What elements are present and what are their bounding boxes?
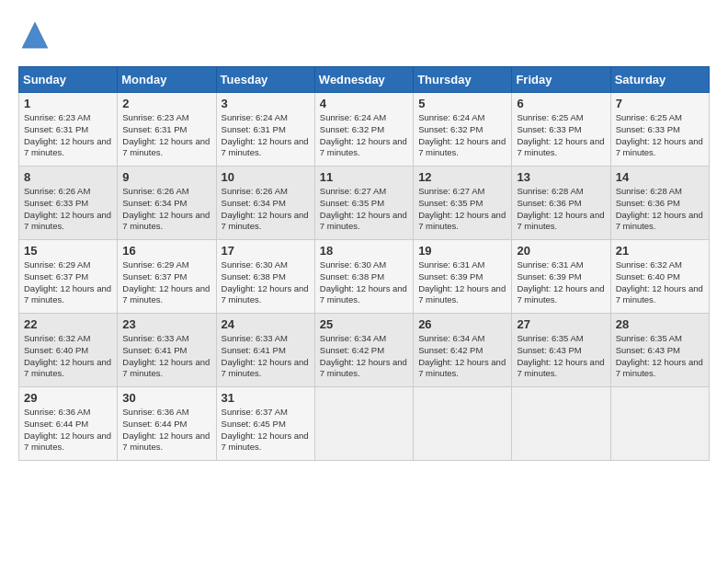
day-info: Sunrise: 6:36 AMSunset: 6:44 PMDaylight:…: [122, 407, 210, 452]
day-info: Sunrise: 6:30 AMSunset: 6:38 PMDaylight:…: [222, 259, 309, 304]
calendar-cell: 25Sunrise: 6:34 AMSunset: 6:42 PMDayligh…: [314, 314, 413, 387]
day-number: 18: [320, 244, 408, 258]
calendar-cell: 19Sunrise: 6:31 AMSunset: 6:39 PMDayligh…: [414, 240, 512, 314]
day-number: 19: [418, 244, 506, 258]
calendar-cell: 1Sunrise: 6:23 AMSunset: 6:31 PMDaylight…: [19, 93, 118, 167]
week-row-0: 1Sunrise: 6:23 AMSunset: 6:31 PMDaylight…: [19, 93, 710, 167]
calendar-cell: 24Sunrise: 6:33 AMSunset: 6:41 PMDayligh…: [216, 314, 314, 387]
day-number: 31: [222, 391, 310, 405]
day-number: 13: [517, 170, 605, 184]
day-number: 14: [616, 170, 704, 184]
calendar-cell: 2Sunrise: 6:23 AMSunset: 6:31 PMDaylight…: [118, 93, 216, 167]
day-info: Sunrise: 6:23 AMSunset: 6:31 PMDaylight:…: [122, 112, 210, 157]
day-info: Sunrise: 6:35 AMSunset: 6:43 PMDaylight:…: [517, 333, 604, 378]
day-number: 7: [616, 97, 704, 110]
calendar-cell: 7Sunrise: 6:25 AMSunset: 6:33 PMDaylight…: [610, 93, 709, 167]
day-number: 3: [222, 97, 310, 110]
calendar-cell: 13Sunrise: 6:28 AMSunset: 6:36 PMDayligh…: [512, 167, 610, 240]
calendar-cell: 21Sunrise: 6:32 AMSunset: 6:40 PMDayligh…: [610, 240, 709, 314]
day-number: 16: [122, 244, 210, 258]
day-number: 30: [122, 391, 210, 405]
calendar-cell: 4Sunrise: 6:24 AMSunset: 6:32 PMDaylight…: [314, 93, 413, 167]
day-number: 5: [418, 97, 506, 110]
header-monday: Monday: [118, 67, 216, 93]
day-info: Sunrise: 6:31 AMSunset: 6:39 PMDaylight:…: [418, 259, 506, 304]
calendar-table: SundayMondayTuesdayWednesdayThursdayFrid…: [18, 66, 710, 461]
day-info: Sunrise: 6:35 AMSunset: 6:43 PMDaylight:…: [616, 333, 703, 378]
day-info: Sunrise: 6:33 AMSunset: 6:41 PMDaylight:…: [122, 333, 210, 378]
day-number: 21: [616, 244, 704, 258]
day-number: 4: [320, 97, 408, 110]
day-info: Sunrise: 6:23 AMSunset: 6:31 PMDaylight:…: [24, 112, 111, 157]
calendar-cell: 27Sunrise: 6:35 AMSunset: 6:43 PMDayligh…: [512, 314, 610, 387]
day-info: Sunrise: 6:24 AMSunset: 6:32 PMDaylight:…: [320, 112, 407, 157]
header-friday: Friday: [512, 67, 610, 93]
day-number: 28: [616, 317, 704, 331]
day-number: 10: [222, 170, 310, 184]
day-number: 25: [320, 317, 408, 331]
day-info: Sunrise: 6:33 AMSunset: 6:41 PMDaylight:…: [222, 333, 309, 378]
day-info: Sunrise: 6:24 AMSunset: 6:32 PMDaylight:…: [418, 112, 506, 157]
calendar-cell: [610, 387, 709, 461]
day-info: Sunrise: 6:24 AMSunset: 6:31 PMDaylight:…: [222, 112, 309, 157]
header-sunday: Sunday: [19, 67, 118, 93]
day-number: 20: [517, 244, 605, 258]
page-header: [18, 18, 710, 52]
calendar-cell: 15Sunrise: 6:29 AMSunset: 6:37 PMDayligh…: [19, 240, 118, 314]
calendar-cell: 30Sunrise: 6:36 AMSunset: 6:44 PMDayligh…: [118, 387, 216, 461]
day-info: Sunrise: 6:34 AMSunset: 6:42 PMDaylight:…: [320, 333, 407, 378]
calendar-cell: 11Sunrise: 6:27 AMSunset: 6:35 PMDayligh…: [314, 167, 413, 240]
day-info: Sunrise: 6:26 AMSunset: 6:33 PMDaylight:…: [24, 186, 111, 231]
calendar-cell: 8Sunrise: 6:26 AMSunset: 6:33 PMDaylight…: [19, 167, 118, 240]
day-info: Sunrise: 6:29 AMSunset: 6:37 PMDaylight:…: [24, 259, 111, 304]
calendar-cell: 28Sunrise: 6:35 AMSunset: 6:43 PMDayligh…: [610, 314, 709, 387]
day-info: Sunrise: 6:32 AMSunset: 6:40 PMDaylight:…: [24, 333, 111, 378]
calendar-cell: 16Sunrise: 6:29 AMSunset: 6:37 PMDayligh…: [118, 240, 216, 314]
day-info: Sunrise: 6:26 AMSunset: 6:34 PMDaylight:…: [222, 186, 309, 231]
calendar-cell: [314, 387, 413, 461]
day-number: 15: [24, 244, 112, 258]
day-info: Sunrise: 6:28 AMSunset: 6:36 PMDaylight:…: [616, 186, 703, 231]
day-info: Sunrise: 6:36 AMSunset: 6:44 PMDaylight:…: [24, 407, 111, 452]
calendar-cell: 22Sunrise: 6:32 AMSunset: 6:40 PMDayligh…: [19, 314, 118, 387]
calendar-cell: [512, 387, 610, 461]
week-row-1: 8Sunrise: 6:26 AMSunset: 6:33 PMDaylight…: [19, 167, 710, 240]
calendar-cell: 10Sunrise: 6:26 AMSunset: 6:34 PMDayligh…: [216, 167, 314, 240]
header-saturday: Saturday: [610, 67, 709, 93]
calendar-cell: [414, 387, 512, 461]
week-row-2: 15Sunrise: 6:29 AMSunset: 6:37 PMDayligh…: [19, 240, 710, 314]
day-info: Sunrise: 6:31 AMSunset: 6:39 PMDaylight:…: [517, 259, 604, 304]
header-tuesday: Tuesday: [216, 67, 314, 93]
calendar-cell: 23Sunrise: 6:33 AMSunset: 6:41 PMDayligh…: [118, 314, 216, 387]
day-number: 26: [418, 317, 506, 331]
day-number: 8: [24, 170, 112, 184]
day-info: Sunrise: 6:28 AMSunset: 6:36 PMDaylight:…: [517, 186, 604, 231]
day-info: Sunrise: 6:29 AMSunset: 6:37 PMDaylight:…: [122, 259, 210, 304]
week-row-4: 29Sunrise: 6:36 AMSunset: 6:44 PMDayligh…: [19, 387, 710, 461]
calendar-cell: 6Sunrise: 6:25 AMSunset: 6:33 PMDaylight…: [512, 93, 610, 167]
header-wednesday: Wednesday: [314, 67, 413, 93]
day-number: 23: [122, 317, 210, 331]
svg-marker-1: [23, 25, 46, 46]
day-info: Sunrise: 6:27 AMSunset: 6:35 PMDaylight:…: [320, 186, 407, 231]
logo-icon: [18, 18, 51, 52]
day-info: Sunrise: 6:30 AMSunset: 6:38 PMDaylight:…: [320, 259, 407, 304]
calendar-cell: 14Sunrise: 6:28 AMSunset: 6:36 PMDayligh…: [610, 167, 709, 240]
header-row: SundayMondayTuesdayWednesdayThursdayFrid…: [19, 67, 710, 93]
header-thursday: Thursday: [414, 67, 512, 93]
day-info: Sunrise: 6:37 AMSunset: 6:45 PMDaylight:…: [222, 407, 309, 452]
day-info: Sunrise: 6:32 AMSunset: 6:40 PMDaylight:…: [616, 259, 703, 304]
day-number: 17: [222, 244, 310, 258]
day-number: 24: [222, 317, 310, 331]
calendar-cell: 12Sunrise: 6:27 AMSunset: 6:35 PMDayligh…: [414, 167, 512, 240]
day-number: 1: [24, 97, 112, 110]
day-number: 11: [320, 170, 408, 184]
day-number: 12: [418, 170, 506, 184]
calendar-cell: 26Sunrise: 6:34 AMSunset: 6:42 PMDayligh…: [414, 314, 512, 387]
day-info: Sunrise: 6:34 AMSunset: 6:42 PMDaylight:…: [418, 333, 506, 378]
logo: [18, 18, 57, 52]
calendar-cell: 9Sunrise: 6:26 AMSunset: 6:34 PMDaylight…: [118, 167, 216, 240]
calendar-cell: 29Sunrise: 6:36 AMSunset: 6:44 PMDayligh…: [19, 387, 118, 461]
calendar-cell: 5Sunrise: 6:24 AMSunset: 6:32 PMDaylight…: [414, 93, 512, 167]
calendar-cell: 20Sunrise: 6:31 AMSunset: 6:39 PMDayligh…: [512, 240, 610, 314]
